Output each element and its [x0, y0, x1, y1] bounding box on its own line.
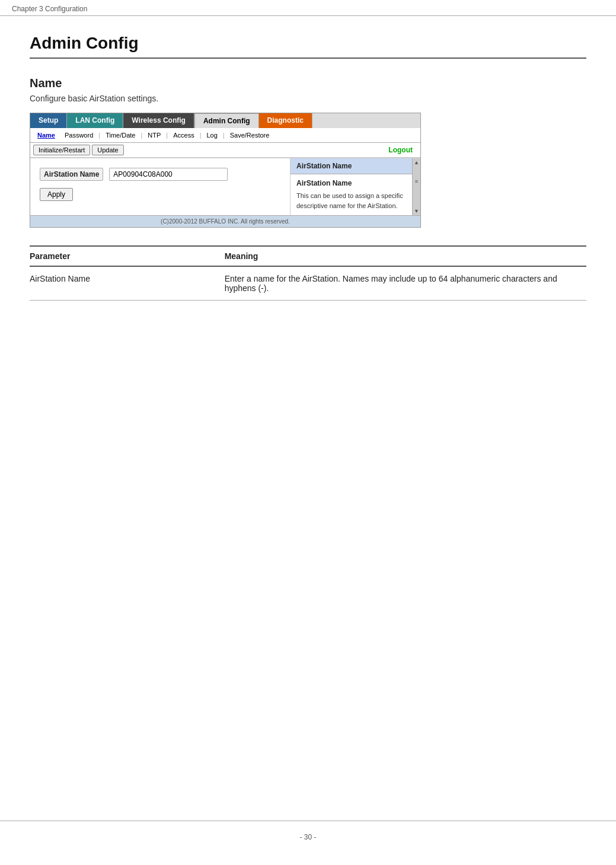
param-col-header: Parameter — [30, 246, 225, 266]
param-cell-name: AirStation Name — [30, 266, 225, 301]
subnav-log[interactable]: Log — [203, 130, 222, 141]
tab-setup[interactable]: Setup — [30, 113, 67, 128]
subnav-timedate[interactable]: Time/Date — [101, 130, 139, 141]
top-nav: Setup LAN Config Wireless Config Admin C… — [30, 113, 420, 128]
logout-button[interactable]: Logout — [388, 146, 413, 154]
subnav-access[interactable]: Access — [169, 130, 198, 141]
router-footer: (C)2000-2012 BUFFALO INC. All rights res… — [30, 215, 420, 227]
subnav-name[interactable]: Name — [33, 130, 59, 141]
ui-form-area: AirStation Name Apply — [30, 158, 290, 215]
page-footer: - 30 - — [0, 821, 616, 853]
router-ui-mockup: Setup LAN Config Wireless Config Admin C… — [30, 113, 421, 228]
page-title: Admin Config — [30, 34, 586, 59]
tab-admin[interactable]: Admin Config — [194, 113, 259, 128]
section-desc: Configure basic AirStation settings. — [30, 94, 586, 103]
breadcrumb: Chapter 3 Configuration — [0, 0, 616, 16]
sub-nav-row1: Name Password | Time/Date | NTP | Access… — [30, 128, 420, 143]
param-cell-meaning: Enter a name for the AirStation. Names m… — [225, 266, 586, 301]
apply-button-row: Apply — [40, 188, 280, 201]
tab-wireless[interactable]: Wireless Config — [123, 113, 194, 128]
section-name: Name — [30, 76, 586, 90]
update-button[interactable]: Update — [92, 145, 123, 155]
airstation-name-label: AirStation Name — [40, 168, 103, 181]
subnav-ntp[interactable]: NTP — [143, 130, 165, 141]
breadcrumb-text: Chapter 3 Configuration — [12, 5, 87, 13]
ui-content-area: AirStation Name Apply AirStation Name Ai… — [30, 158, 420, 215]
parameter-table: Parameter Meaning AirStation Name Enter … — [30, 245, 586, 301]
help-content: AirStation Name AirStation Name This can… — [291, 158, 412, 215]
help-body-text: This can be used to assign a specific de… — [296, 191, 406, 210]
help-panel: AirStation Name AirStation Name This can… — [290, 158, 420, 215]
main-content: Admin Config Name Configure basic AirSta… — [0, 16, 616, 324]
initialize-restart-button[interactable]: Initialize/Restart — [33, 145, 90, 155]
help-title: AirStation Name — [291, 158, 412, 174]
subnav-password[interactable]: Password — [60, 130, 97, 141]
apply-button[interactable]: Apply — [40, 188, 73, 201]
sub-nav-row2: Initialize/Restart Update Logout — [30, 143, 420, 158]
table-row: AirStation Name Enter a name for the Air… — [30, 266, 586, 301]
page-number: - 30 - — [299, 833, 316, 841]
tab-lan[interactable]: LAN Config — [67, 113, 123, 128]
scrollbar[interactable]: ▲ ≡ ▼ — [412, 158, 420, 215]
tab-diagnostic[interactable]: Diagnostic — [259, 113, 312, 128]
airstation-name-row: AirStation Name — [40, 168, 280, 181]
help-body-title: AirStation Name — [296, 179, 406, 187]
meaning-col-header: Meaning — [225, 246, 586, 266]
help-body: AirStation Name This can be used to assi… — [291, 174, 412, 215]
airstation-name-input[interactable] — [109, 168, 228, 181]
subnav-saverestore[interactable]: Save/Restore — [226, 130, 274, 141]
